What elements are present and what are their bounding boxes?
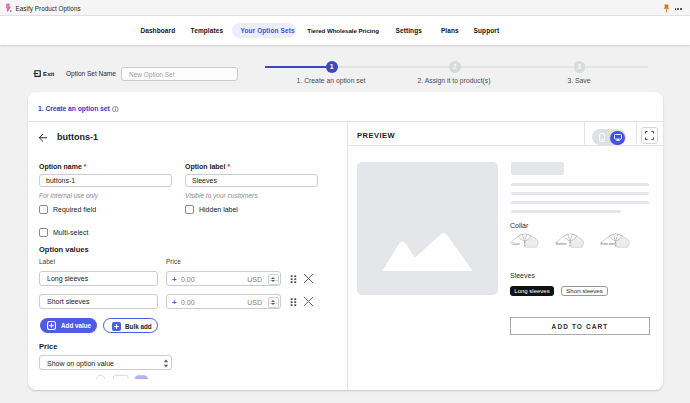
- svg-text:Classic: Classic: [512, 242, 521, 246]
- svg-text:Mandarin: Mandarin: [556, 242, 567, 246]
- svg-text:Button down: Button down: [601, 242, 616, 246]
